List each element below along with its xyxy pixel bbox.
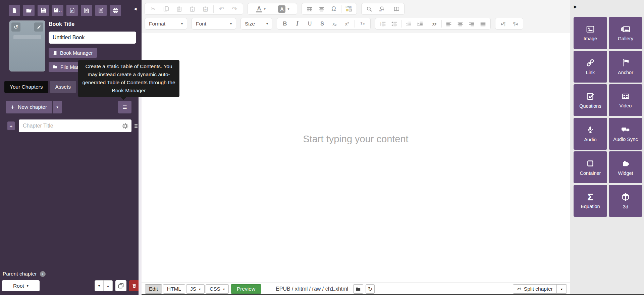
blockquote-button[interactable]: ” [429, 19, 440, 29]
tile-widget[interactable]: Widget [609, 151, 642, 183]
ordered-list-button[interactable]: 12 [377, 19, 388, 29]
cut-button[interactable]: ✂ [147, 4, 159, 14]
reset-cover-button[interactable]: ↺ [11, 22, 20, 32]
new-chapter-button[interactable]: +New chapter [6, 101, 52, 113]
bold-icon: B [283, 20, 287, 27]
tile-image[interactable]: Image [574, 17, 607, 49]
move-chapter-up-button[interactable]: ▴ [104, 280, 113, 291]
size-select[interactable]: Size▾ [240, 18, 272, 30]
tile-video[interactable]: Video [609, 84, 642, 116]
text-color-button[interactable]: A▾ [250, 4, 272, 14]
chapter-title-input[interactable] [19, 119, 131, 132]
chapter-settings-gear-icon[interactable] [122, 123, 128, 129]
tab-js[interactable]: JS▾ [186, 284, 205, 294]
paste-from-word-button[interactable]: W [199, 4, 212, 14]
tab-css[interactable]: CSS▾ [206, 284, 229, 294]
superscript-button[interactable]: x² [341, 19, 353, 29]
embed-html-icon: HTML [345, 6, 353, 12]
move-chapter-down-button[interactable]: ▾ [95, 280, 104, 291]
export-pdf-button[interactable]: P [66, 5, 78, 16]
chevron-down-icon: ▾ [223, 287, 225, 291]
strikethrough-button[interactable]: S [316, 19, 328, 29]
tile-anchor[interactable]: Anchor [609, 51, 642, 83]
format-select[interactable]: Format▾ [145, 18, 187, 30]
search-button[interactable] [364, 4, 375, 14]
save-as-button[interactable]: .. [52, 5, 63, 16]
refresh-button[interactable]: ↻ [366, 284, 375, 294]
new-chapter-dropdown[interactable]: ▾ [52, 101, 62, 113]
open-folder-icon [26, 7, 32, 13]
redo-button[interactable]: ↷ [228, 4, 241, 14]
underline-icon: U [308, 21, 312, 27]
tab-your-chapters[interactable]: Your Chapters [4, 81, 48, 93]
tile-audio-sync[interactable]: Audio Sync [609, 118, 642, 150]
publish-web-button[interactable] [110, 5, 121, 16]
align-right-button[interactable] [466, 19, 477, 29]
delete-chapter-button[interactable] [129, 280, 139, 291]
chevron-down-icon: ▾ [561, 287, 562, 291]
tile-link[interactable]: Link [574, 51, 607, 83]
text-color-icon: A [256, 6, 262, 12]
remove-format-button[interactable]: Tx [357, 19, 368, 29]
open-book-button[interactable] [23, 5, 35, 16]
undo-button[interactable]: ↶ [215, 4, 228, 14]
tab-edit[interactable]: Edit [145, 284, 162, 294]
underline-button[interactable]: U [304, 19, 316, 29]
save-button[interactable] [38, 5, 49, 16]
tile-audio[interactable]: Audio [574, 118, 607, 150]
bold-button[interactable]: B [279, 19, 291, 29]
preview-button[interactable]: Preview [231, 284, 261, 294]
paste-button[interactable] [173, 4, 185, 14]
split-chapter-button[interactable]: ✂Split chapter [513, 285, 556, 293]
collapse-sidebar-arrow[interactable]: ◄ [133, 5, 138, 11]
tab-assets[interactable]: Assets [50, 81, 76, 93]
background-color-button[interactable]: A▾ [273, 4, 295, 14]
tile-3d[interactable]: 3d [609, 185, 642, 217]
add-subchapter-button[interactable]: + [7, 121, 15, 130]
subscript-button[interactable]: x₂ [329, 19, 340, 29]
outdent-button[interactable] [403, 19, 414, 29]
tile-questions[interactable]: Questions [574, 84, 607, 116]
export-word-button[interactable]: W [95, 5, 107, 16]
duplicate-chapter-button[interactable] [115, 280, 126, 291]
paste-as-text-button[interactable]: T [186, 4, 199, 14]
insert-html-button[interactable]: HTML [343, 4, 355, 14]
special-character-button[interactable]: Ω [328, 4, 339, 14]
split-chapter-dropdown[interactable]: ▾ [556, 285, 567, 293]
file-browser-button[interactable] [353, 284, 363, 294]
find-replace-button[interactable]: ab [376, 4, 387, 14]
editor-content[interactable]: Start typing your content [142, 33, 570, 283]
tile-container[interactable]: Container [574, 151, 607, 183]
book-manager-button[interactable]: Book Manager [49, 48, 97, 58]
horizontal-rule-button[interactable] [316, 4, 327, 14]
font-select[interactable]: Font▾ [192, 18, 236, 30]
bullet-list-button[interactable] [389, 19, 399, 29]
chapter-drag-handle[interactable] [135, 124, 138, 128]
page-break-button[interactable] [391, 4, 402, 14]
redo-arrow-icon: ↷ [232, 5, 237, 13]
export-p-doc-button[interactable]: P [81, 5, 92, 16]
indent-button[interactable] [415, 19, 425, 29]
new-file-button[interactable] [9, 5, 20, 16]
find-replace-icon: ab [378, 6, 384, 12]
copy-button[interactable] [160, 4, 172, 14]
info-icon[interactable]: i [40, 271, 46, 277]
chevron-down-icon: ▾ [264, 7, 266, 11]
align-left-button[interactable] [443, 19, 454, 29]
tab-html[interactable]: HTML [163, 284, 185, 294]
paste-word-icon: W [203, 6, 208, 12]
duplicate-icon [118, 283, 124, 289]
tile-gallery[interactable]: Gallery [609, 17, 642, 49]
parent-chapter-select[interactable]: Root▾ [2, 280, 40, 291]
align-center-button[interactable] [455, 19, 466, 29]
insert-table-button[interactable] [304, 4, 315, 14]
text-direction-ltr-button[interactable]: ▸¶ [497, 19, 509, 29]
text-direction-rtl-button[interactable]: ¶◂ [509, 19, 521, 29]
tile-equation[interactable]: ΣEquation [574, 185, 607, 217]
italic-button[interactable]: I [291, 19, 303, 29]
edit-cover-button[interactable] [34, 22, 43, 32]
align-justify-button[interactable] [478, 19, 488, 29]
book-title-input[interactable] [49, 32, 136, 44]
expand-panel-arrow[interactable]: ► [573, 4, 578, 9]
sidebar-scrollbar[interactable] [139, 78, 142, 295]
